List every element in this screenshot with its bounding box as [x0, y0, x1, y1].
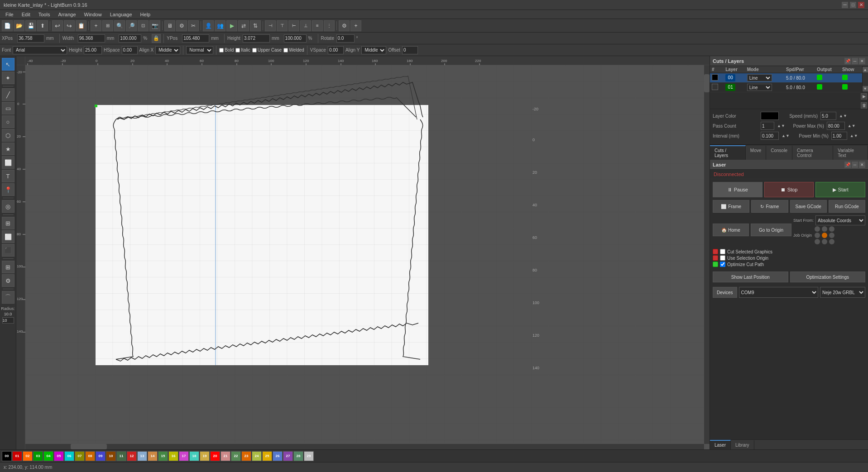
- palette-27[interactable]: 27: [283, 451, 293, 461]
- origin-br[interactable]: [829, 239, 834, 244]
- draw-poly-tool[interactable]: ⬡: [2, 129, 14, 142]
- hspace-input[interactable]: [122, 46, 138, 54]
- tab-cuts-layers[interactable]: Cuts / Layers: [710, 145, 746, 160]
- palette-09[interactable]: 09: [96, 451, 106, 461]
- gear-tool[interactable]: ⚙: [2, 274, 14, 287]
- palette-12[interactable]: 12: [127, 451, 137, 461]
- layer-c00-output[interactable]: [815, 73, 840, 83]
- h-input[interactable]: [243, 34, 270, 43]
- origin-mc[interactable]: [822, 233, 827, 238]
- show-last-pos-button[interactable]: Show Last Position: [713, 272, 788, 282]
- h-pct-input[interactable]: [284, 34, 307, 43]
- home-button[interactable]: 🏠 Home: [713, 224, 749, 236]
- x-input[interactable]: [17, 34, 44, 43]
- w-input[interactable]: [78, 34, 105, 43]
- rotate-input[interactable]: [336, 34, 355, 43]
- origin-tc[interactable]: [822, 226, 827, 232]
- layer-c00-color[interactable]: [712, 74, 718, 81]
- path-button[interactable]: ✂: [188, 20, 199, 31]
- ungroup-button[interactable]: 👥: [215, 20, 225, 31]
- palette-15[interactable]: 15: [158, 451, 168, 461]
- optimization-settings-button[interactable]: Optimization Settings: [790, 272, 866, 282]
- settings-button[interactable]: ⚙: [339, 20, 350, 31]
- interval-input[interactable]: [761, 132, 779, 140]
- hscroll-thumb[interactable]: [71, 444, 107, 449]
- tools-button[interactable]: ⚙: [176, 20, 187, 31]
- draw-path-tool[interactable]: ⬜: [2, 156, 14, 169]
- more-button[interactable]: +: [350, 20, 361, 31]
- cut-selected-check[interactable]: [720, 249, 725, 254]
- power-min-stepper[interactable]: ▲▼: [850, 133, 858, 138]
- monitor-button[interactable]: 🖥: [164, 20, 175, 31]
- draw-line-tool[interactable]: ╱: [2, 88, 14, 101]
- layer-color-swatch[interactable]: [761, 112, 779, 120]
- tab-move[interactable]: Move: [746, 145, 766, 160]
- origin-mr[interactable]: [829, 233, 834, 238]
- menu-tools[interactable]: Tools: [35, 11, 54, 18]
- layer-c00-mode-select[interactable]: Line: [747, 74, 772, 81]
- curve-tool[interactable]: ⌒: [2, 291, 14, 304]
- zoom-in-button[interactable]: 🔍: [114, 20, 125, 31]
- align2-button[interactable]: ⊤: [277, 20, 288, 31]
- palette-05[interactable]: 05: [54, 451, 64, 461]
- text-tool[interactable]: T: [2, 170, 14, 182]
- open-button[interactable]: 📂: [14, 20, 24, 31]
- layer-c00-show-led[interactable]: [842, 75, 848, 80]
- palette-25[interactable]: 25: [262, 451, 272, 461]
- laser-minimize-button[interactable]: ─: [852, 162, 858, 168]
- minimize-button[interactable]: ─: [842, 2, 848, 8]
- optimize-cut-check[interactable]: [720, 262, 725, 267]
- palette-11[interactable]: 11: [116, 451, 126, 461]
- palette-19[interactable]: 19: [200, 451, 210, 461]
- lock-button[interactable]: 🔒: [152, 34, 161, 43]
- style-select[interactable]: Normal: [186, 46, 213, 54]
- layer-c00-mode[interactable]: Line: [745, 73, 784, 83]
- group-button[interactable]: 👤: [203, 20, 214, 31]
- pause-button[interactable]: ⏸ Pause: [713, 182, 762, 197]
- stop-button[interactable]: ⏹ Stop: [764, 182, 814, 197]
- undo-button[interactable]: ↩: [52, 20, 63, 31]
- frame1-button[interactable]: ⬜ Frame: [713, 200, 749, 213]
- tab-laser[interactable]: Laser: [710, 440, 731, 449]
- layer-c00-output-led[interactable]: [817, 75, 822, 80]
- palette-10[interactable]: 10: [106, 451, 116, 461]
- power-min-input[interactable]: [831, 132, 847, 140]
- redo-button[interactable]: ↪: [64, 20, 75, 31]
- menu-edit[interactable]: Edit: [18, 11, 34, 18]
- layer-row-c01[interactable]: 01 Line 5.0 / 80.0: [710, 83, 862, 92]
- horizontal-scrollbar[interactable]: [25, 444, 704, 449]
- layer-c00-show[interactable]: [840, 73, 862, 83]
- draw-ellipse-tool[interactable]: ○: [2, 115, 14, 128]
- draw-rect-tool[interactable]: ▭: [2, 102, 14, 114]
- add-button[interactable]: +: [91, 20, 101, 31]
- tab-library[interactable]: Library: [731, 440, 754, 449]
- node-tool[interactable]: ✦: [2, 72, 14, 84]
- layer-c01-show-led[interactable]: [842, 84, 848, 90]
- tab-console[interactable]: Console: [766, 145, 792, 160]
- origin-tl[interactable]: [815, 226, 820, 232]
- panel-close-button[interactable]: ✕: [859, 58, 865, 64]
- tab-variable-text[interactable]: Variable Text: [833, 145, 868, 160]
- bold-check[interactable]: Bold: [219, 48, 234, 52]
- canvas-work[interactable]: -20 0 20 40 60 80 100 120 140: [25, 65, 710, 449]
- layer-row-c00[interactable]: 00 Line 5.0 / 80.0: [710, 73, 862, 83]
- devices-button[interactable]: Devices: [713, 287, 737, 298]
- palette-29[interactable]: 29: [304, 451, 314, 461]
- power-max-stepper[interactable]: ▲▼: [848, 124, 856, 128]
- palette-26[interactable]: 26: [273, 451, 283, 461]
- palette-07[interactable]: 07: [75, 451, 85, 461]
- save-gcode-button[interactable]: Save GCode: [790, 200, 827, 213]
- upper-check[interactable]: Upper Case: [252, 48, 282, 52]
- layer-c01-mode[interactable]: Line: [745, 83, 784, 92]
- start-button[interactable]: ▶ Start: [815, 182, 865, 197]
- palette-28[interactable]: 28: [293, 451, 303, 461]
- welded-check[interactable]: Welded: [283, 48, 304, 52]
- layer-c01-output[interactable]: [815, 83, 840, 92]
- grid-tool[interactable]: ⊞: [2, 261, 14, 273]
- circle-tool[interactable]: ◎: [2, 200, 14, 213]
- menu-language[interactable]: Language: [106, 11, 136, 18]
- flip-v-button[interactable]: ⇅: [250, 20, 261, 31]
- edit-tool[interactable]: ⬜: [2, 230, 14, 243]
- run-gcode-button[interactable]: Run GCode: [829, 200, 865, 213]
- panel-minimize-button[interactable]: ─: [852, 58, 858, 64]
